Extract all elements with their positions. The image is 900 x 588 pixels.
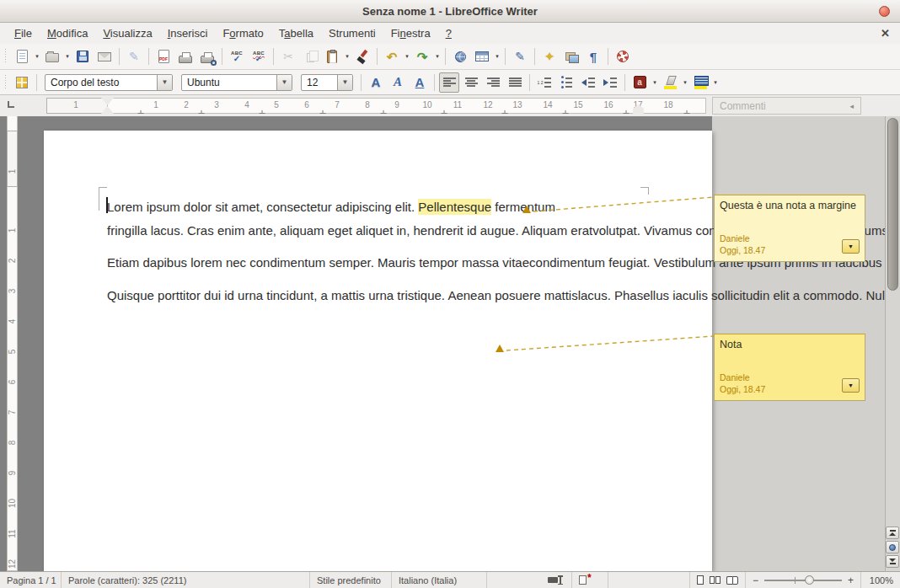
redo-button[interactable]: ↷ xyxy=(412,46,432,67)
tab-stop-selector-icon[interactable] xyxy=(8,101,14,108)
decrease-indent-button[interactable] xyxy=(578,72,598,93)
page-number-status[interactable]: Pagina 1 / 1 xyxy=(0,572,61,588)
zoom-level-status[interactable]: 100% xyxy=(861,572,900,588)
insert-table-dropdown[interactable]: ▾ xyxy=(493,46,501,67)
vertical-scrollbar[interactable] xyxy=(885,116,900,571)
comment-box-2[interactable]: Nota Daniele Oggi, 18.47 ▼ xyxy=(714,334,865,401)
undo-button[interactable]: ↶ xyxy=(382,46,402,67)
menu-item[interactable]: Finestra xyxy=(383,24,438,42)
insert-mode-cell[interactable] xyxy=(541,572,571,588)
formatting-marks-button[interactable]: ¶ xyxy=(583,46,603,67)
comment-text[interactable]: Nota xyxy=(720,339,860,350)
scrollbar-thumb[interactable] xyxy=(887,118,898,291)
font-name-dropdown[interactable]: ▼ xyxy=(276,75,292,90)
next-page-button[interactable] xyxy=(886,555,899,568)
font-size-dropdown[interactable]: ▼ xyxy=(337,75,352,90)
menu-item[interactable]: File xyxy=(7,24,40,42)
comment-menu-button[interactable]: ▼ xyxy=(842,378,860,393)
align-left-button[interactable] xyxy=(439,72,459,93)
menu-item[interactable]: ? xyxy=(438,24,459,42)
zoom-track[interactable] xyxy=(764,580,842,581)
paragraph-style-combobox[interactable]: Corpo del testo ▼ xyxy=(45,74,173,91)
zoom-out-icon[interactable]: − xyxy=(753,575,758,586)
ordered-list-button[interactable]: 1 2 xyxy=(534,72,554,93)
previous-page-button[interactable] xyxy=(886,527,899,539)
navigator-button[interactable]: ✦ xyxy=(539,46,560,67)
comment-anchor-icon[interactable] xyxy=(522,206,531,213)
menu-item[interactable]: Modifica xyxy=(40,24,95,42)
paragraph-background-dropdown[interactable]: ▾ xyxy=(711,72,720,93)
open-dropdown[interactable]: ▾ xyxy=(63,46,72,67)
word-count-status[interactable]: Parole (caratteri): 325 (2211) xyxy=(62,572,309,588)
align-center-button[interactable] xyxy=(461,72,481,93)
help-button[interactable] xyxy=(613,46,633,67)
italic-button[interactable]: A xyxy=(388,72,408,93)
gallery-button[interactable] xyxy=(561,46,581,67)
bold-button[interactable]: A xyxy=(366,72,386,93)
comments-ruler-button[interactable]: Commenti ◂ xyxy=(712,97,861,115)
cut-button[interactable]: ✂ xyxy=(278,46,298,67)
selection-mode-cell[interactable] xyxy=(487,572,541,588)
highlight-color-button[interactable] xyxy=(660,72,680,93)
signature-cell[interactable] xyxy=(608,572,689,588)
sidebar-button[interactable] xyxy=(12,72,32,93)
language-status[interactable]: Italiano (Italia) xyxy=(392,572,486,588)
paragraph-3[interactable]: Quisque porttitor dui id urna tincidunt,… xyxy=(107,284,663,307)
export-pdf-button[interactable]: PDF xyxy=(153,46,174,67)
font-color-button[interactable]: a xyxy=(629,72,650,93)
menu-item[interactable]: Tabella xyxy=(271,24,321,42)
copy-button[interactable] xyxy=(300,46,320,67)
menu-item[interactable]: Visualizza xyxy=(95,24,159,42)
underline-button[interactable]: A xyxy=(410,72,430,93)
email-button[interactable] xyxy=(94,46,115,67)
undo-dropdown[interactable]: ▾ xyxy=(403,46,411,67)
single-page-view-icon[interactable] xyxy=(697,575,704,585)
book-view-icon[interactable] xyxy=(726,576,738,585)
font-color-dropdown[interactable]: ▾ xyxy=(651,72,659,93)
comment-text[interactable]: Questa è una nota a margine xyxy=(720,200,860,211)
auto-spellcheck-button[interactable]: ABC✓ xyxy=(249,46,269,67)
zoom-slider[interactable]: − + xyxy=(746,575,860,586)
document-modified-cell[interactable]: * xyxy=(572,572,608,588)
insert-table-button[interactable] xyxy=(472,46,492,67)
hyperlink-button[interactable] xyxy=(450,46,470,67)
paste-dropdown[interactable]: ▾ xyxy=(343,46,351,67)
document-text[interactable]: Lorem ipsum dolor sit amet, consectetur … xyxy=(107,195,663,316)
zoom-handle[interactable] xyxy=(805,575,814,585)
edit-mode-button[interactable]: ✎ xyxy=(124,46,144,67)
comments-collapse-icon[interactable]: ◂ xyxy=(849,102,854,110)
clone-formatting-button[interactable] xyxy=(352,46,372,67)
align-right-button[interactable] xyxy=(483,72,503,93)
new-document-dropdown[interactable]: ▾ xyxy=(33,46,41,67)
print-preview-button[interactable] xyxy=(197,46,217,67)
print-button[interactable] xyxy=(175,46,196,67)
multi-page-view-icon[interactable] xyxy=(710,576,721,584)
vertical-ruler[interactable]: 1 123456789101112 xyxy=(7,116,18,571)
zoom-in-icon[interactable]: + xyxy=(848,575,854,586)
redo-dropdown[interactable]: ▾ xyxy=(433,46,442,67)
comment-menu-button[interactable]: ▼ xyxy=(842,239,860,254)
font-name-combobox[interactable]: Ubuntu ▼ xyxy=(181,74,292,91)
navigation-button[interactable] xyxy=(886,541,899,553)
increase-indent-button[interactable] xyxy=(600,72,620,93)
paragraph-2[interactable]: Etiam dapibus lorem nec condimentum semp… xyxy=(107,251,663,275)
show-draw-functions-button[interactable]: ✎ xyxy=(510,46,530,67)
document-close-icon[interactable]: ✕ xyxy=(881,27,890,40)
save-button[interactable] xyxy=(72,46,93,67)
paragraph-1[interactable]: Lorem ipsum dolor sit amet, consectetur … xyxy=(107,195,663,242)
window-close-button[interactable] xyxy=(879,6,890,17)
menu-item[interactable]: Inserisci xyxy=(160,24,216,42)
page-style-status[interactable]: Stile predefinito xyxy=(310,572,391,588)
unordered-list-button[interactable] xyxy=(556,72,576,93)
toolbar-grip[interactable] xyxy=(3,49,8,64)
vertical-ruler-margin[interactable]: 1 xyxy=(7,131,18,187)
highlight-color-dropdown[interactable]: ▾ xyxy=(681,72,689,93)
comment-anchor-icon[interactable] xyxy=(496,345,504,352)
justify-button[interactable] xyxy=(505,72,525,93)
document-page[interactable]: Lorem ipsum dolor sit amet, consectetur … xyxy=(44,131,712,571)
highlighted-word[interactable]: Pellentesque xyxy=(418,199,491,215)
paragraph-style-dropdown[interactable]: ▼ xyxy=(157,75,172,90)
horizontal-ruler[interactable]: 1123456789101112131415161718 Commenti ◂ xyxy=(0,95,900,116)
new-document-button[interactable] xyxy=(12,46,32,67)
menu-item[interactable]: Strumenti xyxy=(321,24,383,42)
